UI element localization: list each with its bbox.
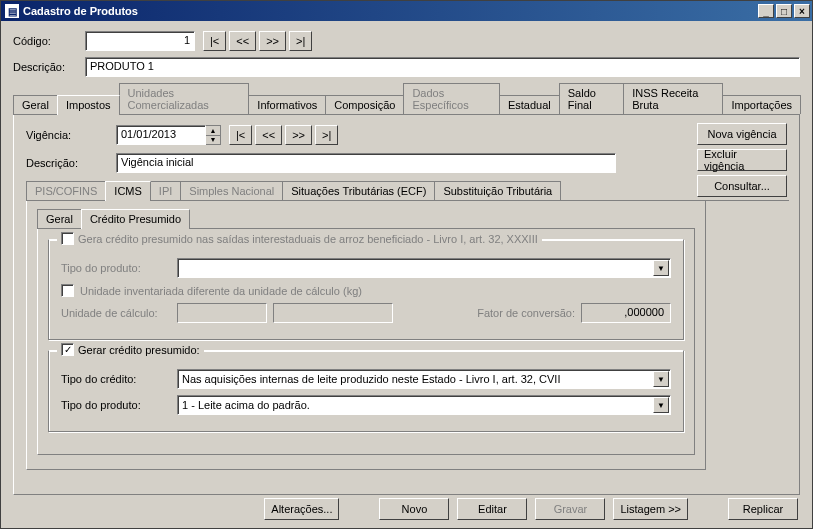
group-gerar-credito: ✓ Gerar crédito presumido: Tipo do crédi… [48,350,684,432]
consultar-button[interactable]: Consultar... [697,175,787,197]
g1-unidade-calc-field2 [273,303,393,323]
inner-tabs: Geral Crédito Presumido [37,209,695,229]
vig-nav-next-button[interactable]: >> [285,125,312,145]
g2-tipo-produto-select[interactable]: 1 - Leite acima do padrão. ▼ [177,395,671,415]
g1-tipo-produto-label: Tipo do produto: [61,262,171,274]
tab-inss[interactable]: INSS Receita Bruta [623,83,723,114]
subtab-ipi: IPI [150,181,181,200]
g2-tipo-credito-label: Tipo do crédito: [61,373,171,385]
innertab-geral[interactable]: Geral [37,209,82,228]
maximize-button[interactable]: □ [776,4,792,18]
tab-estadual[interactable]: Estadual [499,95,560,114]
titlebar: ▤ Cadastro de Produtos _ □ × [1,1,812,21]
checkbox-gerar-credito[interactable]: ✓ [61,343,74,356]
dropdown-arrow-icon[interactable]: ▼ [653,371,669,387]
codigo-field[interactable]: 1 [85,31,195,51]
vig-nav-prev-button[interactable]: << [255,125,282,145]
vig-nav-first-button[interactable]: |< [229,125,252,145]
vigencia-date-spinner[interactable]: ▲ ▼ [206,125,221,145]
g2-tipo-produto-value: 1 - Leite acima do padrão. [182,399,310,411]
descricao-field[interactable]: PRODUTO 1 [85,57,800,77]
gravar-button: Gravar [535,498,605,520]
tab-importacoes[interactable]: Importações [722,95,801,114]
replicar-button[interactable]: Replicar [728,498,798,520]
subtab-icms-panel: Geral Crédito Presumido Gera crédito pre… [26,201,706,470]
minimize-button[interactable]: _ [758,4,774,18]
vigencia-descricao-label: Descrição: [26,157,116,169]
excluir-vigencia-button[interactable]: Excluir vigência [697,149,787,171]
dropdown-arrow-icon[interactable]: ▼ [653,397,669,413]
novo-button[interactable]: Novo [379,498,449,520]
listagem-button[interactable]: Listagem >> [613,498,688,520]
spin-up-icon[interactable]: ▲ [206,126,220,136]
g2-tipo-produto-label: Tipo do produto: [61,399,171,411]
nav-next-button[interactable]: >> [259,31,286,51]
dropdown-arrow-icon: ▼ [653,260,669,276]
tab-saldo[interactable]: Saldo Final [559,83,624,114]
nav-last-button[interactable]: >| [289,31,312,51]
innertab-credito-panel: Gera crédito presumido nas saídas intere… [37,229,695,455]
codigo-label: Código: [13,35,85,47]
tab-geral[interactable]: Geral [13,95,58,114]
tab-informativos[interactable]: Informativos [248,95,326,114]
subtab-simples: Simples Nacional [180,181,283,200]
g1-fator-field: ,000000 [581,303,671,323]
sub-tabs: PIS/COFINS ICMS IPI Simples Nacional Sit… [26,181,789,201]
footer-buttons: Alterações... Novo Editar Gravar Listage… [1,498,812,520]
g1-unidade-calc-field1 [177,303,267,323]
tab-impostos[interactable]: Impostos [57,95,120,115]
group-arroz-legend: Gera crédito presumido nas saídas intere… [78,233,538,245]
vigencia-date-field[interactable]: 01/01/2013 [116,125,206,145]
subtab-icms[interactable]: ICMS [105,181,151,201]
group-gerar-legend: Gerar crédito presumido: [78,344,200,356]
subtab-pis: PIS/COFINS [26,181,106,200]
g1-fator-label: Fator de conversão: [477,307,575,319]
checkbox-unidade-inv [61,284,74,297]
subtab-situacoes[interactable]: Situações Tributárias (ECF) [282,181,435,200]
alteracoes-button[interactable]: Alterações... [264,498,339,520]
close-button[interactable]: × [794,4,810,18]
vig-nav-last-button[interactable]: >| [315,125,338,145]
nav-prev-button[interactable]: << [229,31,256,51]
main-tabs: Geral Impostos Unidades Comercializadas … [13,83,800,115]
g1-tipo-produto-select: ▼ [177,258,671,278]
descricao-label: Descrição: [13,61,85,73]
innertab-credito[interactable]: Crédito Presumido [81,209,190,229]
window-icon: ▤ [5,4,19,18]
g1-unidade-chk-label: Unidade inventariada diferente da unidad… [80,285,362,297]
checkbox-arroz[interactable] [61,232,74,245]
spin-down-icon[interactable]: ▼ [206,136,220,145]
tab-dados: Dados Específicos [403,83,500,114]
tab-impostos-panel: Nova vigência Excluir vigência Consultar… [13,115,800,495]
editar-button[interactable]: Editar [457,498,527,520]
nav-first-button[interactable]: |< [203,31,226,51]
window-title: Cadastro de Produtos [23,5,758,17]
tab-unidades: Unidades Comercializadas [119,83,250,114]
group-arroz: Gera crédito presumido nas saídas intere… [48,239,684,340]
vigencia-descricao-field[interactable]: Vigência inicial [116,153,616,173]
tab-composicao[interactable]: Composição [325,95,404,114]
g2-tipo-credito-select[interactable]: Nas aquisições internas de leite produzi… [177,369,671,389]
nova-vigencia-button[interactable]: Nova vigência [697,123,787,145]
vigencia-label: Vigência: [26,129,116,141]
g1-unidade-calc-label: Unidade de cálculo: [61,307,171,319]
subtab-substituicao[interactable]: Substituição Tributária [434,181,561,200]
g2-tipo-credito-value: Nas aquisições internas de leite produzi… [182,373,560,385]
